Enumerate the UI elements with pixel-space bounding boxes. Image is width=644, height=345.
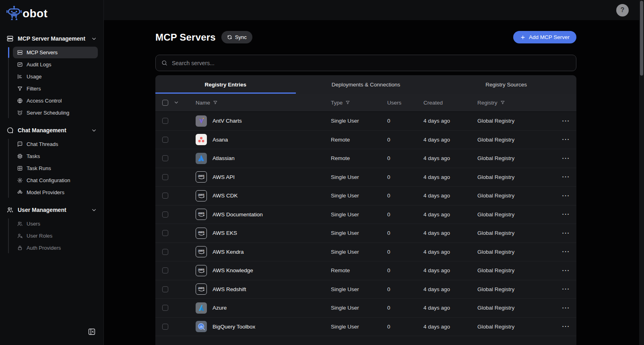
server-registry: Global Registry	[477, 249, 562, 255]
sidebar-item-task-runs[interactable]: Task Runs	[13, 162, 98, 174]
add-mcp-server-button[interactable]: Add MCP Server	[513, 31, 576, 43]
search-input[interactable]	[172, 60, 571, 66]
chevron-down-icon[interactable]	[173, 100, 179, 105]
sidebar-item-tasks[interactable]: Tasks	[13, 150, 98, 162]
chevron-down-icon[interactable]	[91, 207, 97, 213]
sidebar-item-label: MCP Servers	[27, 49, 58, 55]
row-checkbox[interactable]	[162, 212, 168, 218]
ellipsis-icon[interactable]: ···	[562, 286, 570, 292]
row-checkbox[interactable]	[162, 174, 168, 180]
table-row-aws-api[interactable]: awsAWS APISingle User04 days agoGlobal R…	[155, 168, 576, 187]
sidebar-item-label: Chat Threads	[27, 141, 58, 147]
table-row-antv-charts[interactable]: AntV ChartsSingle User04 days agoGlobal …	[155, 112, 576, 131]
tab-registry-sources[interactable]: Registry Sources	[436, 75, 576, 94]
vertical-scrollbar[interactable]	[639, 0, 644, 345]
table-row-aws-redshift[interactable]: awsAWS RedshiftSingle User04 days agoGlo…	[155, 280, 576, 299]
ellipsis-icon[interactable]: ···	[562, 174, 570, 180]
ellipsis-icon[interactable]: ···	[562, 248, 570, 255]
sidebar-item-model-providers[interactable]: Model Providers	[13, 187, 98, 198]
ellipsis-icon[interactable]: ···	[562, 230, 570, 236]
server-type: Remote	[331, 267, 387, 273]
chevron-down-icon[interactable]	[91, 127, 97, 133]
brand-logo[interactable]: obot	[6, 3, 98, 24]
row-checkbox[interactable]	[162, 230, 168, 236]
help-button[interactable]: ?	[616, 4, 629, 16]
sidebar-item-chat-threads[interactable]: Chat Threads	[13, 138, 98, 150]
sidebar-item-mcp-servers[interactable]: MCP Servers	[13, 47, 98, 58]
row-checkbox[interactable]	[162, 118, 168, 124]
sidebar-item-access-control[interactable]: Access Control	[13, 95, 98, 107]
row-checkbox[interactable]	[162, 324, 168, 330]
ellipsis-icon[interactable]: ···	[562, 193, 570, 199]
filter-icon[interactable]	[213, 100, 218, 105]
server-type: Single User	[331, 249, 387, 255]
chevron-down-icon[interactable]	[91, 36, 97, 42]
sidebar-item-usage[interactable]: Usage	[13, 71, 98, 82]
table-row-partial	[155, 336, 576, 345]
row-select-cell	[155, 286, 196, 292]
row-checkbox[interactable]	[162, 286, 168, 292]
ellipsis-icon[interactable]: ···	[562, 267, 570, 273]
sidebar-item-users[interactable]: Users	[13, 218, 98, 230]
table-header: NameTypeUsersCreatedRegistry	[155, 94, 576, 112]
row-select-cell	[155, 174, 196, 180]
row-checkbox[interactable]	[162, 267, 168, 273]
select-all-checkbox[interactable]	[162, 100, 168, 106]
row-checkbox[interactable]	[162, 249, 168, 255]
table-row-azure[interactable]: AzureSingle User04 days agoGlobal Regist…	[155, 299, 576, 318]
table-row-bigquery-toolbox[interactable]: BigQuery ToolboxSingle User04 days agoGl…	[155, 318, 576, 337]
gear-icon	[17, 177, 23, 183]
server-registry: Global Registry	[477, 155, 562, 161]
ellipsis-icon[interactable]: ···	[562, 211, 570, 217]
ellipsis-icon[interactable]: ···	[562, 118, 570, 124]
server-type: Single User	[331, 118, 387, 124]
table-row-asana[interactable]: AsanaRemote04 days agoGlobal Registry···	[155, 131, 576, 150]
collapse-sidebar-button[interactable]	[87, 327, 96, 336]
sidebar: obot MCP Server ManagementMCP ServersAud…	[0, 0, 104, 345]
sidebar-item-audit-logs[interactable]: Audit Logs	[13, 59, 98, 70]
table-row-atlassian[interactable]: AtlassianRemote04 days agoGlobal Registr…	[155, 149, 576, 168]
aws-logo: aws	[196, 246, 207, 257]
table-row-aws-cdk[interactable]: awsAWS CDKSingle User04 days agoGlobal R…	[155, 187, 576, 205]
filter-icon[interactable]	[345, 100, 350, 105]
tab-deployments-connections[interactable]: Deployments & Connections	[296, 75, 436, 94]
ellipsis-icon[interactable]: ···	[562, 323, 570, 329]
server-name: AntV Charts	[213, 118, 242, 124]
sidebar-item-chat-configuration[interactable]: Chat Configuration	[13, 175, 98, 186]
server-registry: Global Registry	[477, 193, 562, 199]
section-header-chat-management[interactable]: Chat Management	[6, 123, 98, 138]
sidebar-item-auth-providers[interactable]: Auth Providers	[13, 242, 98, 254]
column-label: Type	[331, 100, 343, 106]
filter-icon[interactable]	[500, 100, 505, 105]
sync-button[interactable]: Sync	[221, 31, 252, 43]
ellipsis-icon[interactable]: ···	[562, 136, 570, 142]
table-row-aws-documentation[interactable]: awsAWS DocumentationSingle User04 days a…	[155, 205, 576, 224]
sidebar-item-server-scheduling[interactable]: Server Scheduling	[13, 107, 98, 119]
table-row-aws-eks[interactable]: awsAWS EKSSingle User04 days agoGlobal R…	[155, 224, 576, 243]
column-header-name[interactable]: Name	[196, 100, 331, 106]
server-name: Atlassian	[213, 155, 235, 161]
row-checkbox[interactable]	[162, 155, 168, 161]
section-header-mcp-server-management[interactable]: MCP Server Management	[6, 31, 98, 46]
sidebar-item-filters[interactable]: Filters	[13, 83, 98, 94]
server-registry: Global Registry	[477, 230, 562, 236]
bigquery-logo	[196, 321, 207, 332]
server-users: 0	[387, 267, 423, 273]
row-checkbox[interactable]	[162, 305, 168, 311]
scrollbar-thumb[interactable]	[640, 1, 643, 76]
table-row-aws-knowledge[interactable]: awsAWS KnowledgeRemote04 days agoGlobal …	[155, 261, 576, 280]
sidebar-item-user-roles[interactable]: User Roles	[13, 230, 98, 242]
ellipsis-icon[interactable]: ···	[562, 305, 570, 311]
svg-text:aws: aws	[198, 174, 204, 178]
row-checkbox[interactable]	[162, 193, 168, 199]
section-header-user-management[interactable]: User Management	[6, 203, 98, 217]
table-row-aws-kendra[interactable]: awsAWS KendraSingle User04 days agoGloba…	[155, 243, 576, 262]
row-checkbox[interactable]	[162, 137, 168, 143]
ellipsis-icon[interactable]: ···	[562, 155, 570, 161]
server-users: 0	[387, 155, 423, 161]
column-header-type[interactable]: Type	[331, 100, 387, 106]
column-header-registry[interactable]: Registry	[477, 100, 562, 106]
server-users: 0	[387, 174, 423, 180]
tab-registry-entries[interactable]: Registry Entries	[155, 75, 296, 94]
row-menu-cell: ···	[562, 211, 576, 218]
